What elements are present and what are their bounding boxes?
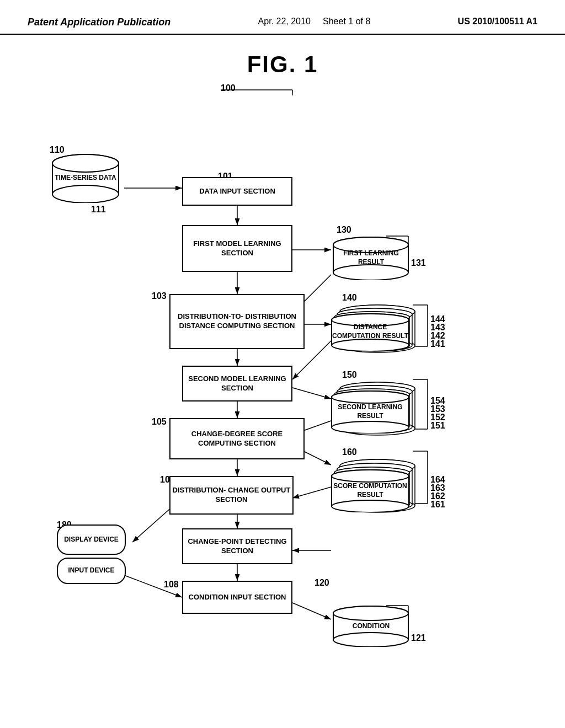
patent-number: US 2010/100511 A1 [458, 17, 537, 26]
svg-point-98 [332, 391, 409, 403]
change-point-box: CHANGE-POINT DETECTING SECTION [182, 528, 292, 564]
data-input-box: DATA INPUT SECTION [182, 177, 292, 206]
distance-computation-label: DISTANCE COMPUTATION RESULT [329, 323, 411, 340]
label-130: 130 [337, 225, 351, 235]
label-144: 144 [430, 314, 445, 324]
svg-line-17 [292, 487, 331, 498]
svg-point-128 [333, 606, 408, 620]
svg-point-44 [52, 154, 119, 172]
second-learning-label: SECOND LEARNING RESULT [329, 403, 411, 420]
distance-computation-cylinder: DISTANCE COMPUTATION RESULT [329, 313, 411, 351]
diagram-area: FIG. 1 [0, 35, 565, 708]
first-model-label: FIRST MODEL LEARNING SECTION [183, 239, 291, 258]
label-103: 103 [152, 291, 167, 301]
input-device-label: INPUT DEVICE [68, 566, 114, 575]
label-121: 121 [411, 633, 426, 643]
figure-title: FIG. 1 [247, 51, 318, 78]
data-input-label: DATA INPUT SECTION [199, 187, 275, 196]
label-164: 164 [430, 475, 445, 485]
display-device-label: DISPLAY DEVICE [64, 536, 119, 544]
label-108: 108 [164, 580, 179, 590]
score-computation-cylinder: SCORE COMPUTATION RESULT [329, 469, 411, 512]
score-computation-label: SCORE COMPUTATION RESULT [329, 482, 411, 499]
condition-label: CONDITION [353, 622, 390, 631]
label-131: 131 [411, 258, 426, 268]
svg-point-73 [332, 339, 409, 351]
svg-line-22 [292, 603, 331, 619]
svg-point-49 [333, 265, 408, 280]
second-model-box: SECOND MODEL LEARNING SECTION [182, 366, 292, 402]
change-degree-label: CHANGE-DEGREE SCORE COMPUTING SECTION [170, 430, 303, 448]
display-device-box: DISPLAY DEVICE [57, 524, 126, 555]
label-100: 100 [221, 83, 236, 93]
svg-point-122 [332, 470, 409, 482]
condition-cylinder: CONDITION [331, 606, 411, 647]
label-150: 150 [342, 370, 357, 380]
header-date: Apr. 22, 2010 [258, 17, 311, 26]
second-learning-cylinder: SECOND LEARNING RESULT [329, 390, 411, 433]
change-degree-box: CHANGE-DEGREE SCORE COMPUTING SECTION [169, 418, 305, 459]
second-model-label: SECOND MODEL LEARNING SECTION [183, 374, 291, 393]
label-105: 105 [152, 417, 167, 427]
svg-point-121 [332, 500, 409, 512]
label-140: 140 [342, 293, 357, 303]
condition-input-box: CONDITION INPUT SECTION [182, 581, 292, 614]
header-date-sheet: Apr. 22, 2010 Sheet 1 of 8 [258, 17, 371, 26]
label-154: 154 [430, 396, 445, 406]
label-111: 111 [91, 205, 106, 215]
header: Patent Application Publication Apr. 22, … [0, 0, 565, 35]
first-learning-label: FIRST LEARNING RESULT [331, 249, 411, 266]
page: Patent Application Publication Apr. 22, … [0, 0, 565, 728]
dist-computing-box: DISTRIBUTION-TO- DISTRIBUTION DISTANCE C… [169, 294, 305, 349]
input-device-box: INPUT DEVICE [57, 558, 126, 584]
publication-type: Patent Application Publication [28, 17, 170, 28]
time-series-cylinder: TIME-SERIES DATA [50, 153, 121, 203]
first-model-box: FIRST MODEL LEARNING SECTION [182, 225, 292, 272]
first-learning-cylinder: FIRST LEARNING RESULT [331, 236, 411, 280]
dist-change-label: DISTRIBUTION- CHANGE OUTPUT SECTION [170, 486, 292, 505]
header-sheet: Sheet 1 of 8 [323, 17, 370, 26]
dist-change-box: DISTRIBUTION- CHANGE OUTPUT SECTION [169, 476, 294, 515]
svg-line-12 [292, 388, 331, 399]
condition-input-label: CONDITION INPUT SECTION [189, 593, 286, 602]
label-160: 160 [342, 447, 357, 457]
svg-point-97 [332, 421, 409, 433]
dist-computing-label: DISTRIBUTION-TO- DISTRIBUTION DISTANCE C… [170, 312, 303, 331]
svg-point-43 [52, 185, 119, 203]
label-120: 120 [315, 578, 329, 588]
time-series-label: TIME-SERIES DATA [55, 174, 116, 183]
svg-point-127 [333, 633, 408, 647]
change-point-label: CHANGE-POINT DETECTING SECTION [183, 537, 291, 556]
